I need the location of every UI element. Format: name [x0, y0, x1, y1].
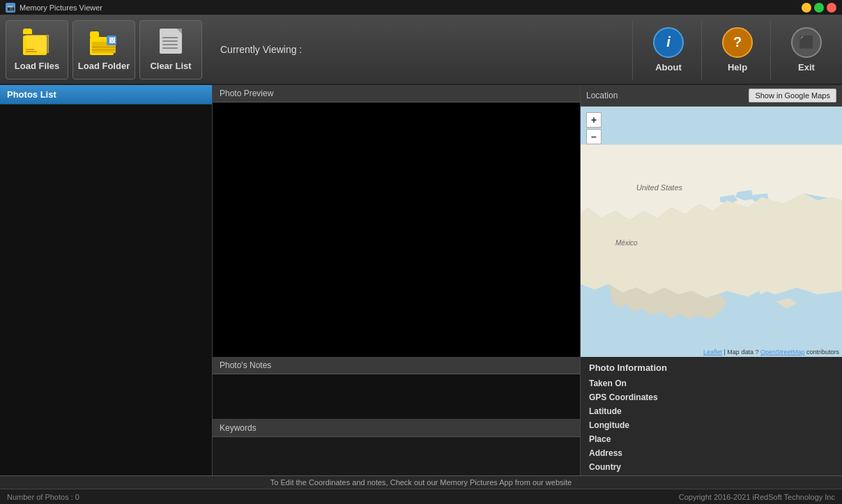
notes-keywords-section: Photo's Notes Keywords: [213, 357, 581, 475]
load-folder-label: Load Folder: [78, 61, 130, 71]
info-label: Latitude: [589, 406, 666, 416]
info-value: [666, 379, 834, 388]
status-bar: To Edit the Coordinates and notes, Check…: [0, 475, 842, 489]
info-row: Country: [589, 462, 834, 472]
photo-preview-header: Photo Preview: [213, 85, 580, 102]
photo-info-fields: Taken OnGPS CoordinatesLatitudeLongitude…: [589, 379, 834, 472]
currently-viewing: Currently Viewing :: [206, 44, 629, 55]
main-content: Photos List Photo Preview Location Show …: [0, 85, 842, 475]
title-bar: 📷 Memory Pictures Viewer: [0, 0, 842, 15]
help-button[interactable]: ? Help: [701, 20, 767, 79]
info-row: Latitude: [589, 406, 834, 416]
map-zoom-controls: + –: [586, 112, 602, 144]
osm-link[interactable]: OpenStreetMap: [760, 349, 805, 356]
contributors-label: contributors: [806, 349, 839, 356]
clear-list-button[interactable]: Clear List: [139, 20, 202, 79]
info-label: Address: [589, 448, 666, 458]
load-files-button[interactable]: Load Files: [6, 20, 68, 79]
load-files-label: Load Files: [15, 61, 59, 71]
exit-icon: ⬛: [791, 27, 822, 58]
top-section: Photo Preview Location Show in Google Ma…: [213, 85, 842, 357]
info-row: Longitude: [589, 420, 834, 430]
info-value: [666, 406, 834, 416]
status-message: To Edit the Coordinates and notes, Check…: [270, 478, 572, 487]
map-section: Location Show in Google Maps: [581, 85, 842, 357]
keywords-content[interactable]: [213, 437, 580, 475]
info-label: Country: [589, 462, 666, 472]
help-label: Help: [728, 62, 747, 72]
load-files-icon: [23, 29, 51, 56]
exit-button[interactable]: ⬛ Exit: [770, 20, 836, 79]
photos-list-content[interactable]: [0, 105, 212, 475]
info-row: Taken On: [589, 379, 834, 388]
help-icon: ?: [722, 27, 753, 58]
window-controls: [802, 3, 836, 13]
right-panel: Photo Preview Location Show in Google Ma…: [213, 85, 842, 475]
copyright: Copyright 2016-2021 iRedSoft Technology …: [679, 493, 835, 501]
photos-list-panel: Photos List: [0, 85, 213, 475]
info-value: [666, 420, 834, 430]
about-icon: i: [653, 27, 684, 58]
photo-info-section: Photo Information Taken OnGPS Coordinate…: [581, 357, 842, 475]
clear-list-label: Clear List: [150, 61, 191, 71]
toolbar: Load Files 🖼 Load Folder: [0, 15, 842, 85]
minimize-button[interactable]: [802, 3, 811, 13]
map-location-label: Location: [586, 91, 618, 100]
info-label: GPS Coordinates: [589, 392, 666, 402]
about-button[interactable]: i About: [632, 20, 698, 79]
photos-count: Number of Photos : 0: [7, 493, 79, 501]
currently-viewing-label: Currently Viewing :: [220, 44, 302, 55]
app-icon: 📷: [6, 3, 15, 13]
info-value: [666, 448, 834, 458]
info-label: Place: [589, 434, 666, 444]
photo-preview-section: Photo Preview: [213, 85, 581, 357]
leaflet-link[interactable]: Leaflet: [703, 349, 722, 356]
photo-preview-area: [213, 102, 580, 357]
info-row: GPS Coordinates: [589, 392, 834, 402]
clear-list-icon: [157, 29, 185, 56]
app-title: Memory Pictures Viewer: [20, 3, 802, 12]
info-value: [666, 434, 834, 444]
map-svg: [581, 107, 842, 357]
exit-label: Exit: [798, 62, 815, 72]
close-button[interactable]: [827, 3, 836, 13]
map-attribution: Leaflet | Map data ? OpenStreetMap contr…: [703, 349, 839, 356]
photo-notes-label: Photo's Notes: [220, 360, 271, 370]
bottom-bar: Number of Photos : 0 Copyright 2016-2021…: [0, 489, 842, 504]
load-folder-button[interactable]: 🖼 Load Folder: [72, 20, 135, 79]
keywords-label: Keywords: [220, 423, 257, 433]
map-area[interactable]: United States México + – Leaflet | Map d…: [581, 107, 842, 357]
info-label: Taken On: [589, 379, 666, 388]
bottom-section: Photo's Notes Keywords Photo Information…: [213, 357, 842, 475]
photo-notes-content[interactable]: [213, 374, 580, 419]
info-row: Address: [589, 448, 834, 458]
map-data-label: | Map data ?: [724, 349, 760, 356]
keywords-header: Keywords: [213, 420, 580, 437]
maximize-button[interactable]: [814, 3, 824, 13]
photos-list-title: Photos List: [7, 89, 56, 100]
map-zoom-in-button[interactable]: +: [586, 112, 602, 128]
photo-notes-area: Photo's Notes: [213, 357, 580, 420]
load-folder-icon: 🖼: [90, 29, 118, 56]
photo-info-title: Photo Information: [589, 362, 834, 373]
photo-notes-header: Photo's Notes: [213, 357, 580, 374]
about-label: About: [655, 62, 682, 72]
keywords-area: Keywords: [213, 420, 580, 475]
info-value: [666, 462, 834, 472]
show-in-google-maps-button[interactable]: Show in Google Maps: [749, 89, 836, 102]
map-zoom-out-button[interactable]: –: [586, 129, 602, 144]
info-label: Longitude: [589, 420, 666, 430]
info-row: Place: [589, 434, 834, 444]
info-value: [666, 392, 834, 402]
photo-preview-label: Photo Preview: [220, 89, 273, 98]
photos-list-header: Photos List: [0, 85, 212, 105]
map-header: Location Show in Google Maps: [581, 85, 842, 107]
